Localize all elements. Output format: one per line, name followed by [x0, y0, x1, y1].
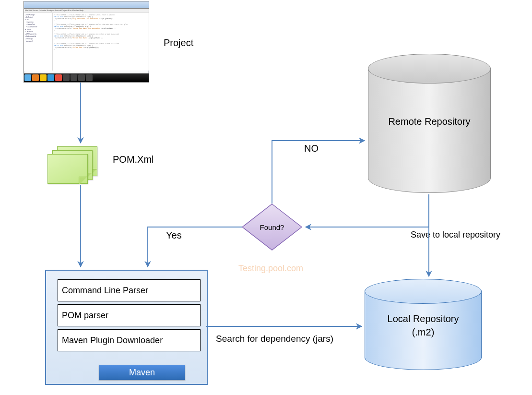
local-repo-label-2: (.m2) [365, 327, 482, 338]
pom-label: POM.Xml [113, 154, 154, 165]
maven-item-plugin-downloader: Maven Plugin Downloader [58, 329, 201, 351]
ide-menubar: File Edit Source Refactor Navigate Searc… [24, 9, 149, 13]
search-label: Search for dependency (jars) [216, 334, 333, 344]
no-label: NO [304, 143, 319, 154]
pom-xml-docs [47, 146, 95, 182]
project-label: Project [164, 37, 193, 48]
local-repo-label-1: Local Repository [365, 313, 482, 324]
save-label: Save to local repository [411, 230, 500, 240]
remote-repository: Remote Repository [368, 54, 491, 193]
watermark: Testing.pool.com [238, 263, 303, 274]
maven-item-pom-parser: POM parser [58, 304, 201, 326]
arrow-remote-to-found [306, 194, 429, 227]
remote-repo-label: Remote Repository [368, 116, 491, 127]
maven-box: Command Line Parser POM parser Maven Plu… [45, 270, 208, 385]
ide-screenshot: File Edit Source Refactor Navigate Searc… [24, 1, 149, 83]
arrow-yes-to-maven [148, 227, 242, 267]
local-repository: Local Repository (.m2) [365, 279, 482, 370]
found-label: Found? [241, 203, 303, 251]
maven-item-cli-parser: Command Line Parser [58, 279, 201, 301]
yes-label: Yes [166, 230, 182, 241]
maven-badge: Maven [99, 365, 185, 380]
found-decision: Found? [241, 203, 303, 251]
